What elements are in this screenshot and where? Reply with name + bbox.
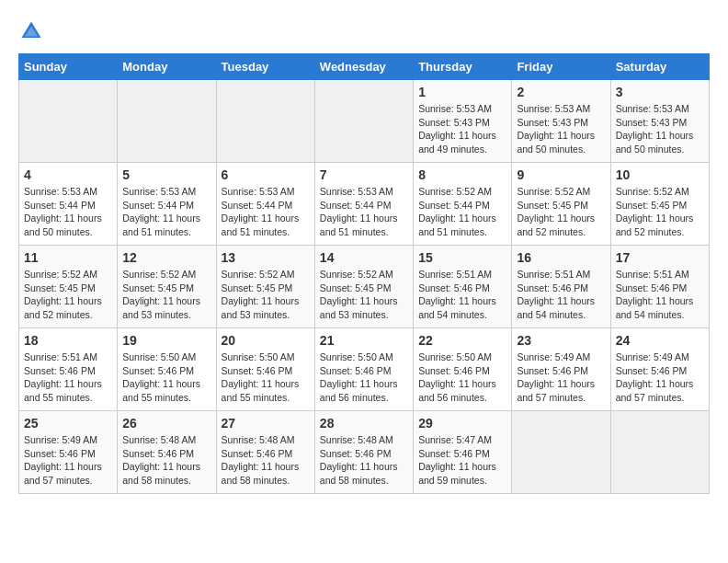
- calendar-cell: 11Sunrise: 5:52 AM Sunset: 5:45 PM Dayli…: [19, 246, 118, 328]
- cell-info: Sunrise: 5:53 AM Sunset: 5:43 PM Dayligh…: [418, 102, 506, 156]
- day-number: 1: [418, 85, 506, 99]
- day-number: 5: [122, 167, 210, 182]
- cell-info: Sunrise: 5:50 AM Sunset: 5:46 PM Dayligh…: [122, 350, 210, 405]
- cell-info: Sunrise: 5:53 AM Sunset: 5:44 PM Dayligh…: [320, 185, 408, 239]
- calendar-week-row: 1Sunrise: 5:53 AM Sunset: 5:43 PM Daylig…: [19, 80, 710, 163]
- calendar-week-row: 25Sunrise: 5:49 AM Sunset: 5:46 PM Dayli…: [19, 411, 710, 494]
- day-number: 19: [122, 333, 210, 348]
- calendar-cell: 3Sunrise: 5:53 AM Sunset: 5:43 PM Daylig…: [610, 80, 709, 163]
- day-number: 6: [222, 167, 310, 182]
- day-number: 27: [222, 416, 310, 431]
- calendar-cell: 28Sunrise: 5:48 AM Sunset: 5:46 PM Dayli…: [314, 411, 413, 494]
- cell-info: Sunrise: 5:49 AM Sunset: 5:46 PM Dayligh…: [24, 433, 112, 488]
- cell-info: Sunrise: 5:51 AM Sunset: 5:46 PM Dayligh…: [24, 350, 112, 405]
- header-friday: Friday: [512, 54, 610, 80]
- cell-info: Sunrise: 5:50 AM Sunset: 5:46 PM Dayligh…: [320, 350, 408, 405]
- calendar-cell: 7Sunrise: 5:53 AM Sunset: 5:44 PM Daylig…: [314, 163, 413, 246]
- header-monday: Monday: [118, 54, 216, 80]
- day-number: 14: [320, 250, 408, 265]
- cell-info: Sunrise: 5:53 AM Sunset: 5:44 PM Dayligh…: [222, 185, 310, 239]
- day-number: 24: [616, 333, 704, 348]
- calendar-cell: 20Sunrise: 5:50 AM Sunset: 5:46 PM Dayli…: [216, 328, 314, 411]
- day-number: 15: [418, 250, 506, 265]
- day-number: 13: [222, 250, 310, 265]
- cell-info: Sunrise: 5:53 AM Sunset: 5:43 PM Dayligh…: [517, 102, 605, 156]
- cell-info: Sunrise: 5:49 AM Sunset: 5:46 PM Dayligh…: [517, 350, 605, 405]
- calendar-cell: 27Sunrise: 5:48 AM Sunset: 5:46 PM Dayli…: [216, 411, 314, 494]
- cell-info: Sunrise: 5:52 AM Sunset: 5:45 PM Dayligh…: [320, 268, 408, 322]
- calendar-cell: 16Sunrise: 5:51 AM Sunset: 5:46 PM Dayli…: [512, 246, 610, 328]
- cell-info: Sunrise: 5:49 AM Sunset: 5:46 PM Dayligh…: [616, 350, 704, 405]
- calendar-header-row: SundayMondayTuesdayWednesdayThursdayFrid…: [19, 54, 710, 80]
- cell-info: Sunrise: 5:52 AM Sunset: 5:45 PM Dayligh…: [24, 268, 112, 322]
- calendar-week-row: 4Sunrise: 5:53 AM Sunset: 5:44 PM Daylig…: [19, 163, 710, 246]
- page-header: [18, 18, 710, 44]
- calendar-cell: 9Sunrise: 5:52 AM Sunset: 5:45 PM Daylig…: [512, 163, 610, 246]
- header-saturday: Saturday: [610, 54, 709, 80]
- cell-info: Sunrise: 5:52 AM Sunset: 5:45 PM Dayligh…: [122, 268, 210, 322]
- logo: [18, 18, 48, 44]
- calendar-cell: [314, 80, 413, 163]
- calendar-cell: 29Sunrise: 5:47 AM Sunset: 5:46 PM Dayli…: [414, 411, 512, 494]
- calendar-cell: 4Sunrise: 5:53 AM Sunset: 5:44 PM Daylig…: [19, 163, 118, 246]
- calendar-cell: 13Sunrise: 5:52 AM Sunset: 5:45 PM Dayli…: [216, 246, 314, 328]
- day-number: 7: [320, 167, 408, 182]
- day-number: 16: [517, 250, 605, 265]
- day-number: 12: [122, 250, 210, 265]
- calendar-cell: 1Sunrise: 5:53 AM Sunset: 5:43 PM Daylig…: [414, 80, 512, 163]
- calendar-cell: [512, 411, 610, 494]
- calendar-cell: 22Sunrise: 5:50 AM Sunset: 5:46 PM Dayli…: [414, 328, 512, 411]
- calendar-table: SundayMondayTuesdayWednesdayThursdayFrid…: [18, 53, 710, 494]
- calendar-cell: 15Sunrise: 5:51 AM Sunset: 5:46 PM Dayli…: [414, 246, 512, 328]
- cell-info: Sunrise: 5:51 AM Sunset: 5:46 PM Dayligh…: [418, 268, 506, 322]
- calendar-cell: 10Sunrise: 5:52 AM Sunset: 5:45 PM Dayli…: [610, 163, 709, 246]
- day-number: 21: [320, 333, 408, 348]
- cell-info: Sunrise: 5:53 AM Sunset: 5:44 PM Dayligh…: [24, 185, 112, 239]
- cell-info: Sunrise: 5:51 AM Sunset: 5:46 PM Dayligh…: [517, 268, 605, 322]
- header-wednesday: Wednesday: [314, 54, 413, 80]
- cell-info: Sunrise: 5:52 AM Sunset: 5:45 PM Dayligh…: [222, 268, 310, 322]
- calendar-cell: 8Sunrise: 5:52 AM Sunset: 5:44 PM Daylig…: [414, 163, 512, 246]
- calendar-cell: 5Sunrise: 5:53 AM Sunset: 5:44 PM Daylig…: [118, 163, 216, 246]
- day-number: 29: [418, 416, 506, 431]
- day-number: 4: [24, 167, 112, 182]
- calendar-cell: 6Sunrise: 5:53 AM Sunset: 5:44 PM Daylig…: [216, 163, 314, 246]
- day-number: 26: [122, 416, 210, 431]
- day-number: 8: [418, 167, 506, 182]
- calendar-cell: 24Sunrise: 5:49 AM Sunset: 5:46 PM Dayli…: [610, 328, 709, 411]
- cell-info: Sunrise: 5:48 AM Sunset: 5:46 PM Dayligh…: [222, 433, 310, 488]
- calendar-cell: [19, 80, 118, 163]
- cell-info: Sunrise: 5:48 AM Sunset: 5:46 PM Dayligh…: [320, 433, 408, 488]
- calendar-cell: 14Sunrise: 5:52 AM Sunset: 5:45 PM Dayli…: [314, 246, 413, 328]
- calendar-cell: 19Sunrise: 5:50 AM Sunset: 5:46 PM Dayli…: [118, 328, 216, 411]
- day-number: 25: [24, 416, 112, 431]
- calendar-cell: [118, 80, 216, 163]
- calendar-week-row: 11Sunrise: 5:52 AM Sunset: 5:45 PM Dayli…: [19, 246, 710, 328]
- calendar-cell: 25Sunrise: 5:49 AM Sunset: 5:46 PM Dayli…: [19, 411, 118, 494]
- calendar-cell: 2Sunrise: 5:53 AM Sunset: 5:43 PM Daylig…: [512, 80, 610, 163]
- header-tuesday: Tuesday: [216, 54, 314, 80]
- calendar-week-row: 18Sunrise: 5:51 AM Sunset: 5:46 PM Dayli…: [19, 328, 710, 411]
- calendar-cell: 17Sunrise: 5:51 AM Sunset: 5:46 PM Dayli…: [610, 246, 709, 328]
- day-number: 17: [616, 250, 704, 265]
- day-number: 22: [418, 333, 506, 348]
- header-sunday: Sunday: [19, 54, 118, 80]
- day-number: 10: [616, 167, 704, 182]
- cell-info: Sunrise: 5:52 AM Sunset: 5:44 PM Dayligh…: [418, 185, 506, 239]
- header-thursday: Thursday: [414, 54, 512, 80]
- cell-info: Sunrise: 5:53 AM Sunset: 5:44 PM Dayligh…: [122, 185, 210, 239]
- day-number: 28: [320, 416, 408, 431]
- day-number: 2: [517, 85, 605, 99]
- day-number: 20: [222, 333, 310, 348]
- calendar-cell: 12Sunrise: 5:52 AM Sunset: 5:45 PM Dayli…: [118, 246, 216, 328]
- cell-info: Sunrise: 5:48 AM Sunset: 5:46 PM Dayligh…: [122, 433, 210, 488]
- cell-info: Sunrise: 5:53 AM Sunset: 5:43 PM Dayligh…: [616, 102, 704, 156]
- cell-info: Sunrise: 5:50 AM Sunset: 5:46 PM Dayligh…: [418, 350, 506, 405]
- day-number: 18: [24, 333, 112, 348]
- calendar-cell: 18Sunrise: 5:51 AM Sunset: 5:46 PM Dayli…: [19, 328, 118, 411]
- cell-info: Sunrise: 5:47 AM Sunset: 5:46 PM Dayligh…: [418, 433, 506, 488]
- day-number: 3: [616, 85, 704, 99]
- day-number: 23: [517, 333, 605, 348]
- cell-info: Sunrise: 5:52 AM Sunset: 5:45 PM Dayligh…: [517, 185, 605, 239]
- calendar-cell: 26Sunrise: 5:48 AM Sunset: 5:46 PM Dayli…: [118, 411, 216, 494]
